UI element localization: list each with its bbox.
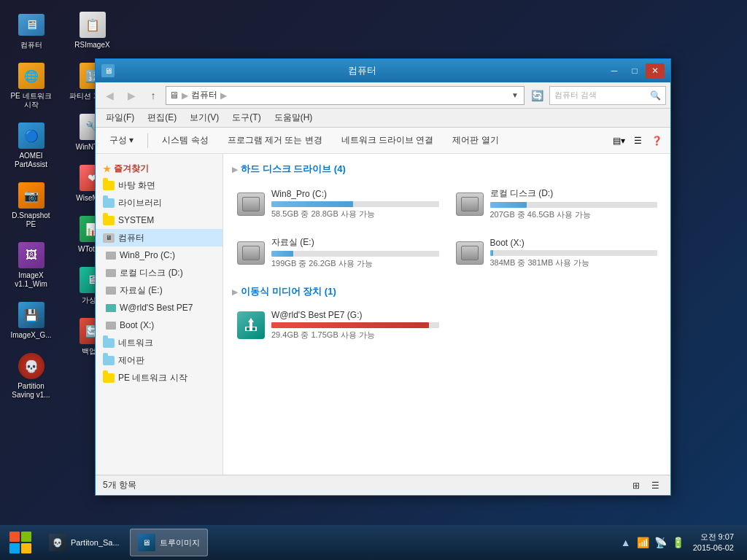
help-button[interactable]: ❓ <box>649 133 665 149</box>
network-icon <box>103 338 115 348</box>
toolbar-map-drive[interactable]: 네트워크 드라이브 연결 <box>333 131 442 151</box>
sidebar-item-x-drive[interactable]: Boot (X:) <box>96 316 222 334</box>
c-drive-icon <box>106 252 116 260</box>
taskbar-item-truimage[interactable]: 🖥 트루이미지 <box>130 529 208 556</box>
menu-edit[interactable]: 편집(E) <box>142 110 182 125</box>
d-drive-icon <box>106 269 116 277</box>
sidebar-item-network[interactable]: 네트워크 <box>96 334 222 351</box>
desktop-icon-computer[interactable]: 🖥 컴퓨터 <box>4 7 58 52</box>
sidebar-item-d-drive[interactable]: 로컬 디스크 (D:) <box>96 264 222 281</box>
desktop-icon-aomei-label: AOMEI PartAssist <box>7 152 55 169</box>
view-list-button[interactable]: ☰ <box>647 478 663 494</box>
removable-section-header: 이동식 미디어 장치 (1) <box>232 285 662 298</box>
d-drive-progress <box>490 202 658 208</box>
sidebar-item-g-drive[interactable]: W@rld'S Best PE7 <box>96 299 222 316</box>
tray-wifi-icon[interactable]: 📡 <box>654 535 668 550</box>
desktop-icon-imagexg-label: ImageX_G... <box>10 331 51 340</box>
windows-logo <box>9 532 31 553</box>
up-button[interactable]: ↑ <box>144 86 163 105</box>
desktop-icon-pe-network-label: PE 네트워크 시작 <box>7 92 55 109</box>
svg-rect-4 <box>252 327 255 330</box>
taskbar-truimage-icon: 🖥 <box>138 534 155 551</box>
c-drive-name: Win8_Pro (C:) <box>271 189 439 199</box>
toolbar-uninstall[interactable]: 프로그램 제거 또는 변경 <box>220 131 330 151</box>
desktop-icon-aomei[interactable]: 🔵 AOMEI PartAssist <box>4 118 58 172</box>
sidebar: ★ 즐겨찾기 바탕 화면 라이브러리 <box>96 154 223 475</box>
toolbar-organize[interactable]: 구성 ▾ <box>101 131 142 151</box>
desktop-icon-imagexg[interactable]: 💾 ImageX_G... <box>4 298 58 343</box>
g-drive-fill <box>271 322 429 328</box>
taskbar-partition-icon: 💀 <box>49 534 66 551</box>
toolbar-control-panel[interactable]: 제어판 열기 <box>444 131 506 151</box>
search-box[interactable]: 컴퓨터 검색 🔍 <box>549 86 666 105</box>
c-drive-info: Win8_Pro (C:) 58.5GB 중 28.8GB 사용 가능 <box>271 189 439 219</box>
taskbar-item-partition[interactable]: 💀 Partiton_Sa... <box>41 529 128 556</box>
sidebar-item-library[interactable]: 라이브러리 <box>96 194 222 211</box>
drive-item-c[interactable]: Win8_Pro (C:) 58.5GB 중 28.8GB 사용 가능 <box>232 183 444 225</box>
desktop-icon-imagex[interactable]: 🖼 ImageX v1.1_Wim <box>4 238 58 292</box>
menu-help[interactable]: 도움말(H) <box>268 110 319 125</box>
maximize-button[interactable]: □ <box>625 63 644 78</box>
start-button[interactable] <box>3 528 38 557</box>
folder-icon <box>103 181 115 190</box>
tray-network-icon[interactable]: 📶 <box>636 535 651 550</box>
view-options-button[interactable]: ▤▾ <box>611 133 627 149</box>
back-button[interactable]: ◀ <box>100 86 119 105</box>
close-button[interactable]: ✕ <box>646 63 665 78</box>
tray-arrow-icon[interactable]: ▲ <box>619 535 633 550</box>
address-dropdown[interactable]: ▼ <box>509 91 521 99</box>
view-large-icon-button[interactable]: ⊞ <box>628 478 644 494</box>
x-drive-icon <box>106 322 116 330</box>
forward-button[interactable]: ▶ <box>122 86 141 105</box>
drive-item-g[interactable]: W@rld'S Best PE7 (G:) 29.4GB 중 1.75GB 사용… <box>232 306 444 345</box>
g-drive-progress <box>271 322 439 328</box>
g-drive-icon <box>106 304 116 312</box>
g-drive-size: 29.4GB 중 1.75GB 사용 가능 <box>271 330 439 341</box>
status-bar: 5개 항목 ⊞ ☰ <box>96 475 670 495</box>
menu-view[interactable]: 보기(V) <box>184 110 225 125</box>
sidebar-item-system[interactable]: SYSTEM <box>96 211 222 229</box>
items-count: 5개 항목 <box>103 479 136 491</box>
taskbar-items: 💀 Partiton_Sa... 🖥 트루이미지 <box>38 529 613 556</box>
hdd-section-header: 하드 디스크 드라이브 (4) <box>232 163 662 176</box>
sidebar-item-desktop[interactable]: 바탕 화면 <box>96 176 222 194</box>
sidebar-item-pe-network[interactable]: PE 네트워크 시작 <box>96 369 222 386</box>
address-bar: ◀ ▶ ↑ 🖥 ▶ 컴퓨터 ▶ ▼ 🔄 컴퓨터 검색 🔍 <box>96 82 670 109</box>
desktop-icon-pe-network[interactable]: 🌐 PE 네트워크 시작 <box>4 58 58 112</box>
svg-rect-1 <box>249 322 252 327</box>
menu-file[interactable]: 파일(F) <box>100 110 140 125</box>
e-drive-progress <box>271 251 439 257</box>
address-input-container[interactable]: 🖥 ▶ 컴퓨터 ▶ ▼ <box>166 86 525 105</box>
view-details-button[interactable]: ☰ <box>630 133 646 149</box>
drive-item-d[interactable]: 로컬 디스크 (D:) 207GB 중 46.5GB 사용 가능 <box>451 183 662 225</box>
desktop-icon-dsnapshot[interactable]: 📷 D.Snapshot PE <box>4 178 58 232</box>
search-placeholder: 컴퓨터 검색 <box>554 90 597 101</box>
desktop-icon-rsimage[interactable]: 📋 RSImageX <box>65 7 120 52</box>
d-drive-name: 로컬 디스크 (D:) <box>490 187 658 200</box>
window-icon: 🖥 <box>101 64 115 77</box>
svg-marker-2 <box>248 318 254 322</box>
content-area: 하드 디스크 드라이브 (4) Win8_Pro (C:) 58.5GB 중 2 <box>223 154 670 475</box>
x-drive-fill <box>490 250 494 256</box>
g-drive-name: W@rld'S Best PE7 (G:) <box>271 310 439 320</box>
taskbar-partition-label: Partiton_Sa... <box>71 538 120 547</box>
sidebar-item-c-drive[interactable]: Win8_Pro (C:) <box>96 246 222 264</box>
menu-bar: 파일(F) 편집(E) 보기(V) 도구(T) 도움말(H) <box>96 109 670 128</box>
desktop-icon-partition-saving-label: Partition Saving v1... <box>7 382 55 400</box>
sidebar-item-computer[interactable]: 🖥 컴퓨터 <box>96 229 222 246</box>
computer-icon: 🖥 <box>103 233 115 243</box>
refresh-button[interactable]: 🔄 <box>527 86 546 105</box>
toolbar-system-props[interactable]: 시스템 속성 <box>154 131 216 151</box>
tray-battery-icon[interactable]: 🔋 <box>671 535 686 550</box>
toolbar-sep-1 <box>147 133 148 148</box>
drive-item-e[interactable]: 자료실 (E:) 199GB 중 26.2GB 사용 가능 <box>232 232 444 273</box>
minimize-button[interactable]: ─ <box>605 63 624 78</box>
system-folder-icon <box>103 216 115 225</box>
tray-clock[interactable]: 오전 9:07 2015-06-02 <box>689 532 738 554</box>
sidebar-item-control-panel[interactable]: 제어판 <box>96 351 222 369</box>
menu-tools[interactable]: 도구(T) <box>226 110 266 125</box>
star-icon: ★ <box>103 164 111 174</box>
desktop-icon-partition-saving[interactable]: 💀 Partition Saving v1... <box>4 349 58 402</box>
sidebar-item-e-drive[interactable]: 자료실 (E:) <box>96 281 222 299</box>
drive-item-x[interactable]: Boot (X:) 384MB 중 381MB 사용 가능 <box>451 232 662 273</box>
